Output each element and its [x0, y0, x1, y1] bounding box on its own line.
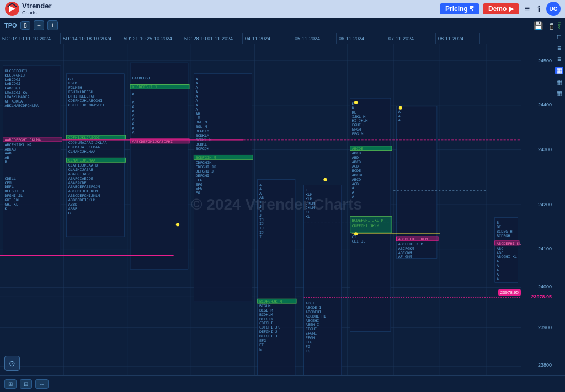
svg-text:A: A [196, 94, 198, 99]
user-avatar[interactable]: UG [546, 2, 561, 16]
svg-text:F: F [196, 195, 198, 200]
svg-text:CEI JL: CEI JL [352, 239, 366, 244]
svg-text:ABKAB: ABKAB [4, 147, 16, 152]
svg-text:K: K [352, 106, 354, 110]
sidebar-list-icon[interactable]: ≡ [557, 45, 561, 51]
svg-text:CDJKLMAJARI JKLAA: CDJKLMAJARI JKLAA [68, 141, 107, 145]
svg-text:BCGKLM: BCGKLM [196, 129, 210, 133]
tpo-increase[interactable]: + [47, 20, 58, 30]
svg-text:BCFGJK: BCFGJK [196, 147, 210, 151]
svg-text:L: L [306, 189, 308, 193]
svg-text:DEFL: DEFL [4, 185, 13, 190]
date-6: 05-11-2024 [292, 33, 337, 44]
svg-text:A: A [259, 191, 262, 196]
svg-text:AB: AB [259, 196, 264, 200]
svg-text:DFHI KLDEFGH: DFHI KLDEFGH [68, 94, 95, 99]
svg-text:FGLMEH: FGLMEH [68, 86, 82, 90]
save-icon[interactable]: 💾 [532, 20, 545, 30]
svg-text:LMABCGJ KA: LMABCGJ KA [4, 90, 27, 95]
svg-text:E: E [259, 347, 262, 352]
date-3: 5D: 21-10 25-10-2024 [121, 33, 182, 44]
svg-text:A: A [259, 183, 262, 187]
grid-view-button[interactable]: ⊞ [4, 379, 17, 389]
svg-text:CDEFHIJKLABCGHI: CDEFHIJKLABCGHI [68, 99, 103, 103]
info-icon[interactable]: ℹ [535, 3, 543, 15]
sidebar-square-icon[interactable]: □ [557, 34, 561, 40]
svg-text:EFGH: EFGH [352, 127, 361, 132]
list-view-button[interactable]: ⊟ [20, 379, 32, 389]
date-header: 5D: 07-10 11-10-2024 5D: 14-10 18-10-202… [0, 33, 543, 44]
sidebar-table-icon[interactable]: ▦ [556, 79, 562, 85]
svg-text:ABCD: ABCD [352, 178, 361, 182]
svg-text:CEM: CEM [4, 181, 11, 185]
svg-text:KL: KL [306, 210, 310, 214]
svg-text:A: A [352, 195, 354, 199]
svg-text:JKLM: JKLM [306, 206, 315, 210]
svg-text:A: A [132, 126, 134, 131]
sidebar-heatmap-icon[interactable]: ▦ [556, 90, 562, 96]
svg-text:CDFHIJKLJASCDI: CDFHIJKLJASCDI [68, 136, 100, 140]
svg-text:EFG: EFG [196, 182, 202, 187]
svg-text:A: A [132, 105, 134, 109]
svg-text:EFG: EFG [196, 178, 202, 182]
svg-text:AABCDEFGHI JKLMA: AABCDEFGHI JKLMA [4, 138, 41, 142]
live-indicator: Live [557, 22, 561, 29]
svg-text:B: B [497, 221, 499, 225]
svg-text:FGHI L: FGHI L [352, 123, 366, 127]
svg-text:A: A [497, 268, 499, 272]
focus-button[interactable]: ⊙ [4, 356, 20, 371]
svg-text:CDFGHJK: CDFGHJK [196, 160, 212, 165]
svg-text:A: A [497, 272, 499, 277]
svg-text:ABCDE: ABCDE [352, 173, 364, 178]
svg-text:IJ: IJ [259, 218, 264, 222]
svg-text:ABBD: ABBD [68, 202, 77, 207]
svg-text:EFG: EFG [196, 187, 202, 191]
svg-text:ABKLMABCDFGHLMA: ABKLMABCDFGHLMA [4, 104, 39, 108]
svg-text:ABEH I: ABEH I [306, 323, 319, 327]
svg-text:ABABCEFABEFGJM: ABABCEFABEFGJM [68, 185, 100, 190]
svg-text:ABCD: ABCD [352, 152, 361, 156]
svg-text:IJ: IJ [259, 226, 264, 230]
svg-text:ABCDE: ABCDE [352, 147, 364, 151]
svg-text:IJ: IJ [259, 230, 264, 235]
svg-text:ABC: ABC [497, 251, 503, 255]
price-24100: 24100 [538, 246, 552, 251]
svg-text:DEFGHI: DEFGHI [196, 174, 210, 178]
svg-text:J: J [259, 209, 262, 213]
demo-button[interactable]: Demo ▶ [483, 3, 519, 14]
svg-text:ABAFGIABCDE: ABAFGIABCDE [68, 176, 93, 181]
navbar: Vtrender Charts Pricing ₹ Demo ▶ ≡ ℹ UG [0, 0, 565, 18]
pricing-button[interactable]: Pricing ₹ [440, 3, 479, 14]
price-24400: 24400 [538, 102, 552, 108]
svg-text:KL: KL [352, 110, 356, 115]
svg-text:A: A [398, 110, 401, 114]
svg-text:LABCDGJ: LABCDGJ [4, 82, 20, 87]
svg-text:BCDEGH: BCDEGH [497, 234, 510, 238]
svg-text:ABBBCDEIJKLM: ABBBCDEIJKLM [68, 198, 95, 202]
svg-text:B: B [68, 211, 71, 216]
svg-text:J: J [259, 205, 262, 209]
price-23800: 23800 [538, 362, 552, 368]
svg-text:J: J [259, 213, 262, 218]
svg-text:IJ: IJ [259, 222, 264, 227]
svg-text:GF ABKLA: GF ABKLA [4, 99, 23, 104]
svg-text:AF GKM: AF GKM [398, 255, 412, 260]
svg-text:DEFGHI JL: DEFGHI JL [4, 190, 25, 194]
chart-svg: KLCDEFGHIJ KLCDFGHIJ LABCDGJ LABCDGJ LAB… [0, 33, 521, 375]
svg-text:CDFGHI: CDFGHI [259, 321, 273, 326]
svg-text:A: A [196, 90, 198, 94]
svg-text:CDEFHIJKLMKASCDI: CDEFHIJKLMKASCDI [68, 103, 105, 108]
svg-rect-192 [396, 106, 436, 259]
svg-rect-72 [130, 63, 188, 269]
svg-rect-87 [194, 74, 252, 302]
menu-icon[interactable]: ≡ [523, 3, 532, 15]
date-5: 04-11-2024 [243, 33, 292, 44]
svg-text:A: A [352, 186, 354, 191]
svg-text:B: B [4, 160, 7, 164]
sidebar-lines-icon[interactable]: ≡ [557, 56, 561, 62]
svg-text:ACD: ACD [352, 164, 359, 169]
svg-text:LAABCDGJ: LAABCDGJ [132, 76, 150, 80]
expand-button[interactable]: ↔ [35, 379, 49, 389]
sidebar-grid-icon[interactable]: ▦ [555, 67, 563, 74]
tpo-decrease[interactable]: − [34, 20, 44, 30]
